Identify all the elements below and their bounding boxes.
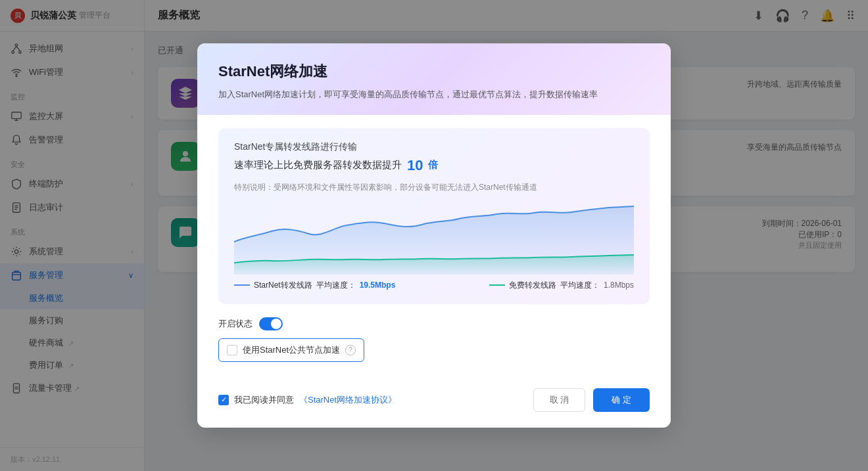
toggle-row: 开启状态 (218, 317, 650, 330)
modal-footer: 我已阅读并同意 《StarNet网络加速协议》 取 消 确 定 (197, 388, 671, 428)
checkbox-public-nodes[interactable] (227, 345, 237, 355)
cancel-button[interactable]: 取 消 (533, 388, 586, 412)
modal-body: StarNet专属转发线路进行传输 速率理论上比免费服务器转发数据提升 10 倍… (197, 115, 671, 388)
speed-number: 10 (407, 157, 423, 174)
modal-starnet: StarNet网络加速 加入StarNet网络加速计划，即可享受海量的高品质传输… (197, 43, 671, 428)
modal-title: StarNet网络加速 (218, 62, 650, 81)
starnet-public-checkbox-row[interactable]: 使用StarNet公共节点加速 ? (218, 338, 364, 362)
agreement-row: 我已阅读并同意 《StarNet网络加速协议》 (218, 394, 397, 406)
starnet-info-card: StarNet专属转发线路进行传输 速率理论上比免费服务器转发数据提升 10 倍… (218, 128, 650, 304)
speed-suffix: 倍 (428, 159, 438, 171)
agreement-checkbox[interactable] (218, 395, 229, 405)
checkbox-label: 使用StarNet公共节点加速 (243, 344, 340, 356)
toggle-switch[interactable] (259, 317, 283, 330)
help-circle-icon[interactable]: ? (345, 345, 356, 355)
speed-prefix: 速率理论上比免费服务器转发数据提升 (234, 159, 402, 171)
modal-controls: 开启状态 使用StarNet公共节点加速 ? (218, 317, 650, 362)
chart-label-free: 免费转发线路 平均速度： 1.8Mbps (489, 280, 634, 291)
modal-header: StarNet网络加速 加入StarNet网络加速计划，即可享受海量的高品质传输… (197, 43, 671, 115)
speed-chart (234, 202, 634, 275)
starnet-notice: 特别说明：受网络环境和文件属性等因素影响，部分设备可能无法进入StarNet传输… (234, 182, 634, 193)
starnet-route-title: StarNet专属转发线路进行传输 (234, 141, 634, 153)
starnet-speed-row: 速率理论上比免费服务器转发数据提升 10 倍 (234, 157, 634, 174)
modal-buttons: 取 消 确 定 (533, 388, 650, 412)
agreement-text: 我已阅读并同意 (234, 394, 294, 406)
modal-subtitle: 加入StarNet网络加速计划，即可享受海量的高品质传输节点，通过最优节点算法，… (218, 88, 650, 102)
confirm-button[interactable]: 确 定 (593, 388, 650, 412)
modal-overlay: StarNet网络加速 加入StarNet网络加速计划，即可享受海量的高品质传输… (0, 0, 868, 471)
toggle-label: 开启状态 (218, 318, 253, 330)
chart-label-starnet: StarNet转发线路 平均速度： 19.5Mbps (234, 280, 395, 291)
agreement-link[interactable]: 《StarNet网络加速协议》 (299, 394, 397, 406)
